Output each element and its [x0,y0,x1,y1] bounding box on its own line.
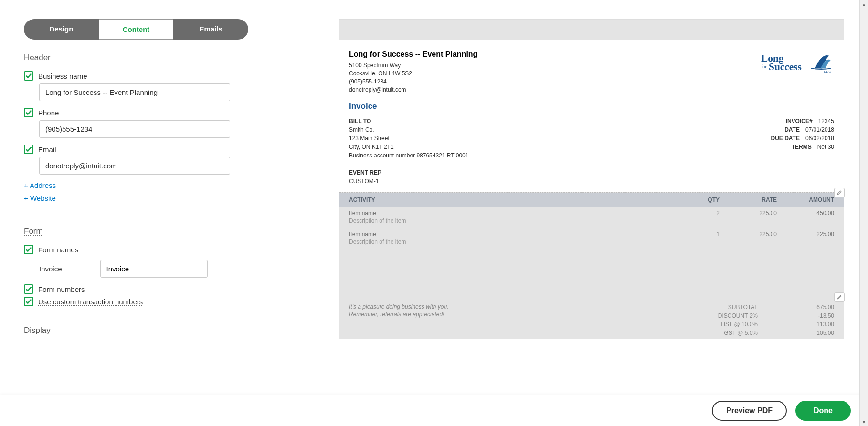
invoice-doc-title: Invoice [339,102,844,117]
invoice-meta: INVOICE#12345 DATE07/01/2018 DUE DATE06/… [771,117,834,160]
tab-emails[interactable]: Emails [173,19,248,40]
divider-2 [24,317,286,317]
bill-to-block: BILL TO Smith Co. 123 Main Street City, … [349,117,468,160]
item-desc: Description of the item [339,218,844,228]
line-items: Item name 2 225.00 450.00 Description of… [339,207,844,297]
terms-value: Net 30 [817,143,834,151]
company-logo: Long for Success L L C [758,49,834,94]
checkbox-form-numbers[interactable] [24,284,33,294]
total-label: TOTAL [740,337,758,339]
add-address-link[interactable]: + Address [24,181,263,189]
table-row: Item name 1 225.00 225.00 [339,228,844,239]
subtotal-label: SUBTOTAL [728,303,758,312]
checkbox-phone[interactable] [24,108,33,117]
tab-content[interactable]: Content [99,19,174,40]
svg-text:L L C: L L C [824,70,831,73]
totals-section: It's a pleasure doing business with you.… [339,297,844,339]
custom-txn-label: Use custom transaction numbers [38,298,143,306]
company-email: donotreply@intuit.com [349,86,477,94]
discount-value: -13.50 [805,312,834,320]
bill-to-addr1: 123 Main Street [349,134,468,143]
edit-totals-button[interactable] [834,292,845,302]
table-row: Item name 2 225.00 450.00 [339,207,844,218]
hst-value: 113.00 [805,320,834,329]
terms-label: TERMS [792,143,812,151]
checkbox-custom-txn[interactable] [24,297,33,306]
gst-value: 105.00 [805,329,834,337]
business-name-input[interactable] [39,83,230,101]
tab-design[interactable]: Design [24,19,99,40]
scrollbar[interactable]: ▲ ▼ [859,0,868,339]
email-input[interactable] [39,157,230,175]
invoice-sublabel: Invoice [39,265,62,273]
table-header: ACTIVITY QTY RATE AMOUNT [339,193,844,207]
company-name: Long for Success -- Event Planning [349,49,477,60]
edit-columns-button[interactable] [834,188,845,197]
checkbox-form-names[interactable] [24,245,33,254]
col-rate: RATE [720,197,777,203]
bill-to-addr2: City, ON K1T 2T1 [349,143,468,151]
section-form: Form [24,227,263,236]
col-qty: QTY [681,197,720,203]
checkbox-business-name[interactable] [24,71,33,81]
invoice-no-label: INVOICE# [786,117,813,125]
bill-to-ban: Business account number 987654321 RT 000… [349,151,468,160]
company-addr2: Cooksville, ON L4W 5S2 [349,70,477,78]
section-header: Header [24,53,263,62]
scroll-up-icon[interactable]: ▲ [860,0,868,9]
invoice-preview: Long for Success -- Event Planning 5100 … [339,19,844,339]
discount-label: DISCOUNT 2% [718,312,758,320]
due-value: 06/02/2018 [805,134,834,143]
date-value: 07/01/2018 [805,125,834,134]
event-rep-label: EVENT REP [349,168,834,177]
event-rep-value: CUSTOM-1 [349,177,834,186]
company-block: Long for Success -- Event Planning 5100 … [349,49,477,94]
form-numbers-label: Form numbers [38,285,85,293]
invoice-name-input[interactable] [100,260,208,278]
gst-label: GST @ 5.0% [724,329,758,337]
email-label: Email [38,145,56,154]
add-website-link[interactable]: + Website [24,194,263,202]
tabs-group: Design Content Emails [24,19,248,40]
item-desc: Description of the item [339,239,844,249]
col-amount: AMOUNT [777,197,834,203]
form-names-label: Form names [38,246,78,254]
bill-to-label: BILL TO [349,117,468,125]
company-addr1: 5100 Spectrum Way [349,62,477,70]
invoice-no: 12345 [818,117,834,125]
svg-text:for: for [761,64,767,69]
business-name-label: Business name [38,72,87,80]
section-display: Display [24,326,263,335]
due-label: DUE DATE [771,134,799,143]
hst-label: HST @ 10.0% [721,320,758,329]
company-phone: (905)555-1234 [349,78,477,86]
svg-text:Success: Success [769,61,802,73]
settings-panel: Design Content Emails Header Business na… [24,0,263,339]
total-value: $893.00 [805,337,834,339]
phone-label: Phone [38,109,59,117]
divider [24,213,286,213]
phone-input[interactable] [39,120,230,138]
date-label: DATE [784,125,800,134]
bill-to-name: Smith Co. [349,125,468,134]
checkbox-email[interactable] [24,145,33,154]
invoice-note: It's a pleasure doing business with you.… [349,303,473,339]
subtotal-value: 675.00 [805,303,834,312]
col-activity: ACTIVITY [349,197,681,203]
